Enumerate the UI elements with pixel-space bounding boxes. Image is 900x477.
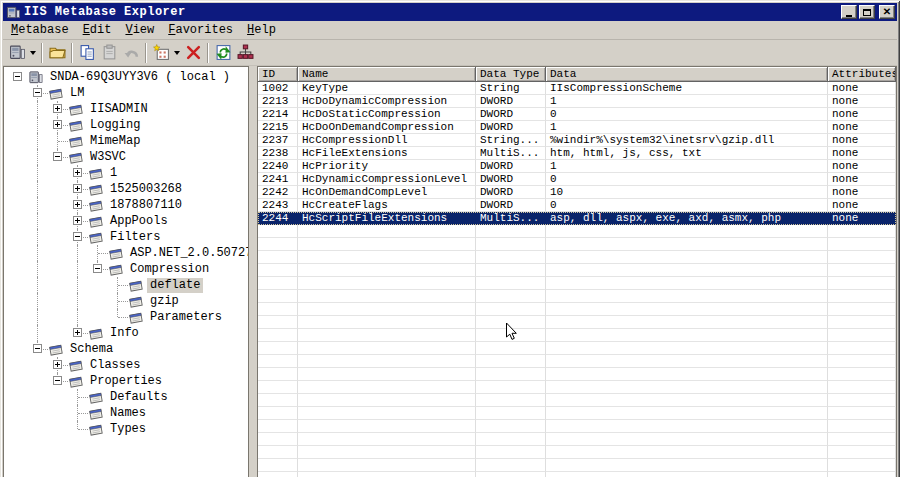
panel-splitter[interactable] (249, 66, 257, 477)
dropdown-arrow-icon[interactable] (174, 51, 180, 55)
table-row-2240[interactable]: 2240HcPriorityDWORD1none (258, 160, 896, 173)
empty-cell (298, 433, 476, 446)
table-row-2213[interactable]: 2213HcDoDynamicCompressionDWORD1none (258, 95, 896, 108)
column-header-data[interactable]: Data (546, 67, 828, 82)
tree-item-label[interactable]: Names (107, 406, 149, 421)
tree-item-label[interactable]: MimeMap (87, 134, 143, 149)
collapse-toggle[interactable] (93, 264, 102, 273)
table-row-2237[interactable]: 2237HcCompressionDllString...%windir%\sy… (258, 134, 896, 147)
tree-item-1878807110[interactable]: 1878807110 (4, 197, 248, 213)
key-icon (88, 197, 107, 213)
tree-item-1[interactable]: 1 (4, 165, 248, 181)
table-row-2238[interactable]: 2238HcFileExtensionsMultiS...htm, html, … (258, 147, 896, 160)
tree-item-label[interactable]: Compression (127, 262, 212, 277)
collapse-toggle[interactable] (53, 152, 62, 161)
table-row-2215[interactable]: 2215HcDoOnDemandCompressionDWORD1none (258, 121, 896, 134)
column-header-data-type[interactable]: Data Type (476, 67, 546, 82)
tree-item-label[interactable]: Info (107, 326, 142, 341)
tree-item-gzip[interactable]: gzip (4, 293, 248, 309)
collapse-toggle[interactable] (53, 376, 62, 385)
tree-item-classes[interactable]: Classes (4, 357, 248, 373)
tree-item-label[interactable]: gzip (147, 294, 182, 309)
tree-item-apppools[interactable]: AppPools (4, 213, 248, 229)
expand-toggle[interactable] (53, 104, 62, 113)
tree-item-info[interactable]: Info (4, 325, 248, 341)
tree-item-label[interactable]: W3SVC (87, 150, 129, 165)
tree-item-label[interactable]: deflate (147, 278, 203, 293)
tree-item-label[interactable]: LM (67, 86, 87, 101)
tree-item-label[interactable]: 1525003268 (107, 182, 185, 197)
tree-item-names[interactable]: Names (4, 405, 248, 421)
tree-item-w3svc[interactable]: W3SVC (4, 149, 248, 165)
dropdown-arrow-icon[interactable] (30, 51, 36, 55)
table-row-2244[interactable]: 2244HcScriptFileExtensionsMultiS...asp, … (258, 212, 896, 225)
collapse-toggle[interactable] (33, 344, 42, 353)
connect-computer-button[interactable] (6, 42, 38, 64)
tree-item-schema[interactable]: Schema (4, 341, 248, 357)
table-row-1002[interactable]: 1002KeyTypeStringIIsCompressionSchemenon… (258, 82, 896, 95)
expand-toggle[interactable] (73, 168, 82, 177)
tree-item-label[interactable]: Parameters (147, 310, 225, 325)
export-button[interactable] (46, 42, 68, 64)
column-header-attributes[interactable]: Attributes (828, 67, 896, 82)
tree-item-properties[interactable]: Properties (4, 373, 248, 389)
view-hierarchy-button[interactable] (234, 42, 256, 64)
tree-item-label[interactable]: IISADMIN (87, 102, 151, 117)
empty-cell (258, 342, 298, 355)
tree-item-mimemap[interactable]: MimeMap (4, 133, 248, 149)
close-button[interactable]: ✕ (879, 5, 895, 19)
tree-item-compression[interactable]: Compression (4, 261, 248, 277)
tree-item-1525003268[interactable]: 1525003268 (4, 181, 248, 197)
tree-item-logging[interactable]: Logging (4, 117, 248, 133)
tree-item-lm[interactable]: LM (4, 85, 248, 101)
tree-item-label[interactable]: Types (107, 422, 149, 437)
tree-item-defaults[interactable]: Defaults (4, 389, 248, 405)
tree-item-label[interactable]: Classes (87, 358, 143, 373)
column-header-name[interactable]: Name (298, 67, 476, 82)
tree-item-label[interactable]: Filters (107, 230, 163, 245)
tree-item-label[interactable]: SNDA-69Q3UYY3V6 ( local ) (47, 70, 233, 85)
tree-item-label[interactable]: ASP.NET_2.0.50727.0 (127, 246, 249, 261)
tree-item-label[interactable]: 1 (107, 166, 120, 181)
tree-item-asp-net-2-0-50727-0[interactable]: ASP.NET_2.0.50727.0 (4, 245, 248, 261)
new-key-button[interactable] (150, 42, 182, 64)
menu-view[interactable]: View (122, 22, 157, 38)
minimize-button[interactable] (841, 5, 857, 19)
tree-item-types[interactable]: Types (4, 421, 248, 437)
tree-item-snda-69q3uyy3v6-local[interactable]: SNDA-69Q3UYY3V6 ( local ) (4, 69, 248, 85)
menu-edit[interactable]: Edit (80, 22, 115, 38)
undo-button[interactable] (120, 42, 142, 64)
menu-metabase[interactable]: Metabase (8, 22, 72, 38)
copy-button[interactable] (76, 42, 98, 64)
collapse-toggle[interactable] (33, 88, 42, 97)
table-row-2214[interactable]: 2214HcDoStaticCompressionDWORD0none (258, 108, 896, 121)
tree-item-label[interactable]: Defaults (107, 390, 171, 405)
collapse-toggle[interactable] (73, 232, 82, 241)
expand-toggle[interactable] (53, 120, 62, 129)
maximize-button[interactable] (859, 5, 875, 19)
expand-toggle[interactable] (73, 216, 82, 225)
tree-item-label[interactable]: 1878807110 (107, 198, 185, 213)
paste-button[interactable] (98, 42, 120, 64)
tree-item-deflate[interactable]: deflate (4, 277, 248, 293)
expand-toggle[interactable] (73, 200, 82, 209)
tree-item-filters[interactable]: Filters (4, 229, 248, 245)
expand-toggle[interactable] (73, 184, 82, 193)
expand-toggle[interactable] (73, 328, 82, 337)
tree-item-label[interactable]: Schema (67, 342, 116, 357)
column-header-id[interactable]: ID (258, 67, 298, 82)
table-row-2242[interactable]: 2242HcOnDemandCompLevelDWORD10none (258, 186, 896, 199)
tree-item-label[interactable]: Logging (87, 118, 143, 133)
tree-item-label[interactable]: Properties (87, 374, 165, 389)
tree-item-label[interactable]: AppPools (107, 214, 171, 229)
delete-button[interactable] (182, 42, 204, 64)
collapse-toggle[interactable] (13, 72, 22, 81)
table-row-2243[interactable]: 2243HcCreateFlagsDWORD0none (258, 199, 896, 212)
menu-favorites[interactable]: Favorites (165, 22, 236, 38)
tree-item-parameters[interactable]: Parameters (4, 309, 248, 325)
table-row-2241[interactable]: 2241HcDynamicCompressionLevelDWORD0none (258, 173, 896, 186)
refresh-button[interactable] (212, 42, 234, 64)
expand-toggle[interactable] (53, 360, 62, 369)
menu-help[interactable]: Help (244, 22, 279, 38)
tree-item-iisadmin[interactable]: IISADMIN (4, 101, 248, 117)
